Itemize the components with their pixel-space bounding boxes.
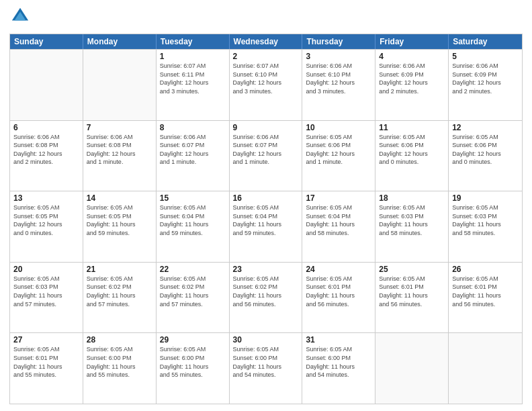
weekday-header-sunday: Sunday xyxy=(10,34,83,49)
logo-icon xyxy=(11,7,30,26)
calendar-row-2: 13Sunrise: 6:05 AM Sunset: 6:05 PM Dayli… xyxy=(10,191,522,262)
day-info: Sunrise: 6:05 AM Sunset: 6:04 PM Dayligh… xyxy=(233,203,299,237)
calendar-cell-0-4: 3Sunrise: 6:06 AM Sunset: 6:10 PM Daylig… xyxy=(302,50,375,120)
day-info: Sunrise: 6:07 AM Sunset: 6:10 PM Dayligh… xyxy=(233,62,299,95)
page: SundayMondayTuesdayWednesdayThursdayFrid… xyxy=(0,0,532,411)
day-number: 16 xyxy=(233,193,299,203)
day-number: 28 xyxy=(87,335,152,345)
calendar-cell-1-0: 6Sunrise: 6:06 AM Sunset: 6:08 PM Daylig… xyxy=(10,121,83,191)
calendar-cell-4-3: 30Sunrise: 6:05 AM Sunset: 6:00 PM Dayli… xyxy=(230,333,303,404)
calendar-cell-4-6 xyxy=(449,333,522,404)
calendar-cell-2-1: 14Sunrise: 6:05 AM Sunset: 6:05 PM Dayli… xyxy=(83,191,157,262)
day-info: Sunrise: 6:05 AM Sunset: 6:00 PM Dayligh… xyxy=(160,345,226,379)
day-number: 18 xyxy=(379,193,445,203)
day-number: 22 xyxy=(160,265,226,274)
day-number: 13 xyxy=(13,193,79,203)
day-info: Sunrise: 6:06 AM Sunset: 6:08 PM Dayligh… xyxy=(13,133,79,167)
calendar-cell-2-3: 16Sunrise: 6:05 AM Sunset: 6:04 PM Dayli… xyxy=(230,191,303,262)
day-number: 8 xyxy=(160,123,226,132)
day-number: 31 xyxy=(306,335,371,345)
calendar-cell-2-5: 18Sunrise: 6:05 AM Sunset: 6:03 PM Dayli… xyxy=(375,191,449,262)
day-number: 23 xyxy=(233,265,299,274)
calendar-cell-4-1: 28Sunrise: 6:05 AM Sunset: 6:00 PM Dayli… xyxy=(83,333,157,404)
day-number: 26 xyxy=(452,265,519,274)
day-number: 29 xyxy=(160,335,226,345)
calendar-cell-0-0 xyxy=(10,50,83,120)
weekday-header-tuesday: Tuesday xyxy=(157,34,230,49)
weekday-header-thursday: Thursday xyxy=(302,34,375,49)
day-info: Sunrise: 6:06 AM Sunset: 6:09 PM Dayligh… xyxy=(379,62,445,95)
calendar-cell-2-6: 19Sunrise: 6:05 AM Sunset: 6:03 PM Dayli… xyxy=(449,191,522,262)
day-number: 9 xyxy=(233,123,299,132)
calendar-cell-0-5: 4Sunrise: 6:06 AM Sunset: 6:09 PM Daylig… xyxy=(375,50,449,120)
calendar-cell-1-2: 8Sunrise: 6:06 AM Sunset: 6:07 PM Daylig… xyxy=(157,121,230,191)
day-number: 25 xyxy=(379,265,445,274)
day-number: 20 xyxy=(13,265,79,274)
day-number: 5 xyxy=(452,52,519,61)
day-number: 17 xyxy=(306,193,371,203)
calendar: SundayMondayTuesdayWednesdayThursdayFrid… xyxy=(9,34,523,404)
calendar-cell-3-3: 23Sunrise: 6:05 AM Sunset: 6:02 PM Dayli… xyxy=(230,263,303,333)
calendar-row-0: 1Sunrise: 6:07 AM Sunset: 6:11 PM Daylig… xyxy=(10,49,522,120)
calendar-cell-0-6: 5Sunrise: 6:06 AM Sunset: 6:09 PM Daylig… xyxy=(449,50,522,120)
day-info: Sunrise: 6:05 AM Sunset: 6:04 PM Dayligh… xyxy=(160,203,226,237)
header xyxy=(9,7,523,28)
day-info: Sunrise: 6:05 AM Sunset: 6:05 PM Dayligh… xyxy=(13,203,79,237)
day-number: 6 xyxy=(13,123,79,132)
day-number: 10 xyxy=(306,123,371,132)
day-info: Sunrise: 6:05 AM Sunset: 6:03 PM Dayligh… xyxy=(452,203,519,237)
calendar-cell-1-5: 11Sunrise: 6:05 AM Sunset: 6:06 PM Dayli… xyxy=(375,121,449,191)
weekday-header-monday: Monday xyxy=(83,34,157,49)
calendar-cell-1-1: 7Sunrise: 6:06 AM Sunset: 6:08 PM Daylig… xyxy=(83,121,157,191)
day-number: 27 xyxy=(13,335,79,345)
calendar-cell-2-2: 15Sunrise: 6:05 AM Sunset: 6:04 PM Dayli… xyxy=(157,191,230,262)
calendar-cell-4-4: 31Sunrise: 6:05 AM Sunset: 6:00 PM Dayli… xyxy=(302,333,375,404)
calendar-cell-1-4: 10Sunrise: 6:05 AM Sunset: 6:06 PM Dayli… xyxy=(302,121,375,191)
day-info: Sunrise: 6:05 AM Sunset: 6:00 PM Dayligh… xyxy=(306,345,371,379)
calendar-cell-3-5: 25Sunrise: 6:05 AM Sunset: 6:01 PM Dayli… xyxy=(375,263,449,333)
day-info: Sunrise: 6:05 AM Sunset: 6:02 PM Dayligh… xyxy=(233,275,299,308)
day-info: Sunrise: 6:05 AM Sunset: 6:03 PM Dayligh… xyxy=(13,275,79,308)
day-info: Sunrise: 6:05 AM Sunset: 6:06 PM Dayligh… xyxy=(306,133,371,167)
weekday-header-friday: Friday xyxy=(375,34,449,49)
day-number: 4 xyxy=(379,52,445,61)
day-info: Sunrise: 6:06 AM Sunset: 6:09 PM Dayligh… xyxy=(452,62,519,95)
day-number: 2 xyxy=(233,52,299,61)
day-number: 30 xyxy=(233,335,299,345)
day-info: Sunrise: 6:05 AM Sunset: 6:00 PM Dayligh… xyxy=(233,345,299,379)
calendar-cell-3-1: 21Sunrise: 6:05 AM Sunset: 6:02 PM Dayli… xyxy=(83,263,157,333)
day-number: 11 xyxy=(379,123,445,132)
day-info: Sunrise: 6:05 AM Sunset: 6:04 PM Dayligh… xyxy=(306,203,371,237)
calendar-cell-0-1 xyxy=(83,50,157,120)
calendar-cell-0-3: 2Sunrise: 6:07 AM Sunset: 6:10 PM Daylig… xyxy=(230,50,303,120)
calendar-header: SundayMondayTuesdayWednesdayThursdayFrid… xyxy=(10,34,522,49)
calendar-cell-3-2: 22Sunrise: 6:05 AM Sunset: 6:02 PM Dayli… xyxy=(157,263,230,333)
day-info: Sunrise: 6:05 AM Sunset: 6:05 PM Dayligh… xyxy=(87,203,152,237)
day-info: Sunrise: 6:05 AM Sunset: 6:02 PM Dayligh… xyxy=(160,275,226,308)
day-info: Sunrise: 6:05 AM Sunset: 6:01 PM Dayligh… xyxy=(452,275,519,308)
day-info: Sunrise: 6:06 AM Sunset: 6:08 PM Dayligh… xyxy=(87,133,152,167)
day-info: Sunrise: 6:05 AM Sunset: 6:01 PM Dayligh… xyxy=(13,345,79,379)
day-info: Sunrise: 6:05 AM Sunset: 6:01 PM Dayligh… xyxy=(306,275,371,308)
day-info: Sunrise: 6:05 AM Sunset: 6:02 PM Dayligh… xyxy=(87,275,152,308)
calendar-cell-2-4: 17Sunrise: 6:05 AM Sunset: 6:04 PM Dayli… xyxy=(302,191,375,262)
calendar-body: 1Sunrise: 6:07 AM Sunset: 6:11 PM Daylig… xyxy=(10,49,522,404)
calendar-cell-1-6: 12Sunrise: 6:05 AM Sunset: 6:06 PM Dayli… xyxy=(449,121,522,191)
day-number: 24 xyxy=(306,265,371,274)
day-number: 1 xyxy=(160,52,226,61)
weekday-header-saturday: Saturday xyxy=(449,34,522,49)
day-info: Sunrise: 6:05 AM Sunset: 6:06 PM Dayligh… xyxy=(379,133,445,167)
logo xyxy=(9,7,30,28)
day-number: 7 xyxy=(87,123,152,132)
calendar-row-4: 27Sunrise: 6:05 AM Sunset: 6:01 PM Dayli… xyxy=(10,332,522,404)
day-info: Sunrise: 6:06 AM Sunset: 6:07 PM Dayligh… xyxy=(233,133,299,167)
day-number: 12 xyxy=(452,123,519,132)
weekday-header-wednesday: Wednesday xyxy=(230,34,303,49)
calendar-cell-0-2: 1Sunrise: 6:07 AM Sunset: 6:11 PM Daylig… xyxy=(157,50,230,120)
day-info: Sunrise: 6:07 AM Sunset: 6:11 PM Dayligh… xyxy=(160,62,226,95)
day-info: Sunrise: 6:06 AM Sunset: 6:10 PM Dayligh… xyxy=(306,62,371,95)
calendar-cell-3-6: 26Sunrise: 6:05 AM Sunset: 6:01 PM Dayli… xyxy=(449,263,522,333)
calendar-cell-3-4: 24Sunrise: 6:05 AM Sunset: 6:01 PM Dayli… xyxy=(302,263,375,333)
day-info: Sunrise: 6:06 AM Sunset: 6:07 PM Dayligh… xyxy=(160,133,226,167)
day-info: Sunrise: 6:05 AM Sunset: 6:01 PM Dayligh… xyxy=(379,275,445,308)
